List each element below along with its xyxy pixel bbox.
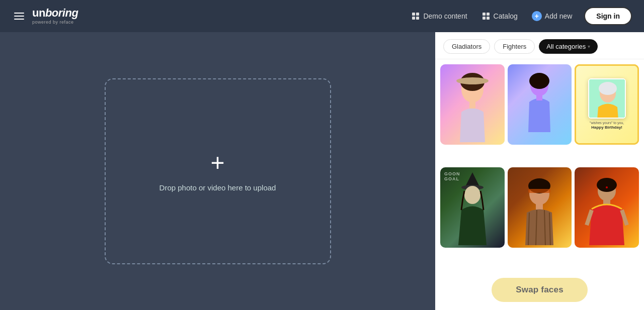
svg-rect-14 <box>536 94 542 100</box>
grid-item-3[interactable]: "wishes yours" to you, Happy Birthday! <box>575 64 639 145</box>
swap-faces-button[interactable]: Swap faces <box>492 278 588 302</box>
person-figure-5 <box>514 170 565 245</box>
svg-rect-23 <box>528 189 550 193</box>
add-new-icon: + <box>532 11 542 21</box>
svg-point-13 <box>529 73 549 89</box>
svg-point-31 <box>606 186 608 188</box>
svg-rect-2 <box>412 17 415 20</box>
svg-point-17 <box>599 82 617 95</box>
tab-gladiators[interactable]: Gladiators <box>443 39 490 54</box>
svg-rect-24 <box>536 204 543 210</box>
svg-point-20 <box>464 186 480 204</box>
grid-item-1[interactable] <box>440 64 505 145</box>
svg-point-30 <box>597 178 617 192</box>
nav-items: Demo content Catalog + Add new <box>411 11 572 21</box>
person-figure-1 <box>447 67 498 142</box>
upload-drop-text: Drop photo or video here to upload <box>159 183 276 192</box>
header: unboring powered by reface Demo content <box>0 0 644 32</box>
svg-point-10 <box>456 77 489 84</box>
old-person-figure <box>589 79 626 119</box>
logo: unboring powered by reface <box>32 8 78 25</box>
logo-text: unboring <box>32 8 78 19</box>
demo-content-label: Demo content <box>423 12 467 20</box>
grid-item-6[interactable] <box>575 167 639 248</box>
svg-rect-11 <box>469 101 475 109</box>
menu-button[interactable] <box>12 11 26 22</box>
upload-dropzone[interactable]: + Drop photo or video here to upload <box>105 78 331 264</box>
catalog-label: Catalog <box>494 12 518 20</box>
swap-section: Swap faces <box>435 272 644 310</box>
svg-rect-4 <box>482 13 486 16</box>
svg-rect-0 <box>412 13 415 16</box>
svg-rect-1 <box>416 13 419 16</box>
tab-all-categories[interactable]: All categories ▾ <box>539 39 598 54</box>
grid-item-4[interactable]: GOON GOAL <box>440 167 505 248</box>
tab-fighters[interactable]: Fighters <box>494 39 535 54</box>
grid-item-5[interactable] <box>508 167 572 248</box>
svg-rect-5 <box>487 13 490 16</box>
catalog-button[interactable]: Catalog <box>481 12 518 21</box>
category-tabs: Gladiators Fighters All categories ▾ <box>435 32 644 59</box>
catalog-icon <box>481 12 491 21</box>
image-grid: "wishes yours" to you, Happy Birthday! <box>435 59 644 272</box>
person-figure-6 <box>582 170 632 245</box>
grid-item-2[interactable] <box>508 64 572 145</box>
svg-rect-3 <box>416 17 419 20</box>
upload-plus-icon: + <box>205 150 230 175</box>
svg-rect-6 <box>482 17 486 20</box>
add-new-label: Add new <box>545 12 572 20</box>
card-photo <box>588 78 626 119</box>
person-figure-2 <box>514 67 565 142</box>
svg-rect-7 <box>487 17 490 20</box>
add-new-button[interactable]: + Add new <box>532 11 572 21</box>
demo-content-button[interactable]: Demo content <box>411 12 467 21</box>
main-content: + Drop photo or video here to upload Gla… <box>0 32 644 310</box>
demo-icon <box>411 12 420 21</box>
logo-subtitle: powered by reface <box>32 20 78 25</box>
chevron-down-icon: ▾ <box>588 44 590 49</box>
left-panel: + Drop photo or video here to upload <box>0 32 435 310</box>
right-panel: Gladiators Fighters All categories ▾ <box>435 32 644 310</box>
birthday-card-caption: "wishes yours" to you, Happy Birthday! <box>590 121 624 130</box>
signin-button[interactable]: Sign in <box>584 7 632 25</box>
